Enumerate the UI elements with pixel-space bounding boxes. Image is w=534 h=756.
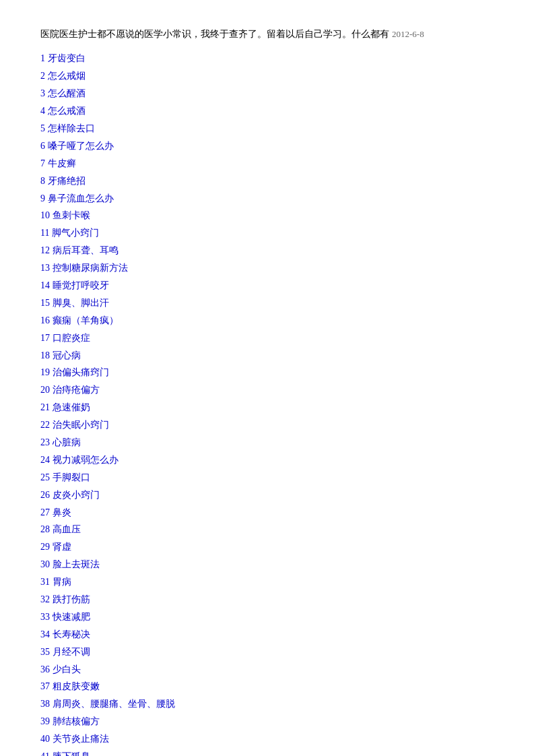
link-item-29[interactable]: 29 肾虚 bbox=[40, 542, 71, 552]
link-item-17[interactable]: 17 口腔炎症 bbox=[40, 333, 90, 343]
list-item: 10 鱼刺卡喉 bbox=[40, 207, 494, 224]
link-item-33[interactable]: 33 快速减肥 bbox=[40, 612, 90, 622]
list-item: 20 治痔疮偏方 bbox=[40, 381, 494, 399]
link-item-5[interactable]: 5 怎样除去口 bbox=[40, 123, 95, 133]
link-item-28[interactable]: 28 高血压 bbox=[40, 524, 81, 534]
list-item: 24 视力减弱怎么办 bbox=[40, 451, 494, 469]
link-item-1[interactable]: 1 牙齿变白 bbox=[40, 53, 86, 63]
list-item: 30 脸上去斑法 bbox=[40, 556, 494, 573]
list-item: 2 怎么戒烟 bbox=[40, 67, 494, 85]
link-item-34[interactable]: 34 长寿秘决 bbox=[40, 629, 90, 639]
link-item-22[interactable]: 22 治失眠小窍门 bbox=[40, 420, 109, 430]
link-item-30[interactable]: 30 脸上去斑法 bbox=[40, 559, 100, 569]
list-item: 31 胃病 bbox=[40, 573, 494, 591]
list-item: 1 牙齿变白 bbox=[40, 50, 494, 67]
link-item-18[interactable]: 18 冠心病 bbox=[40, 350, 81, 360]
link-item-40[interactable]: 40 关节炎止痛法 bbox=[40, 734, 109, 744]
link-item-27[interactable]: 27 鼻炎 bbox=[40, 507, 71, 517]
link-item-23[interactable]: 23 心脏病 bbox=[40, 437, 81, 447]
link-item-2[interactable]: 2 怎么戒烟 bbox=[40, 71, 86, 81]
list-item: 4 怎么戒酒 bbox=[40, 102, 494, 120]
list-item: 22 治失眠小窍门 bbox=[40, 416, 494, 434]
link-item-31[interactable]: 31 胃病 bbox=[40, 577, 71, 587]
list-item: 37 粗皮肤变嫩 bbox=[40, 678, 494, 695]
link-item-13[interactable]: 13 控制糖尿病新方法 bbox=[40, 263, 128, 273]
link-list: 1 牙齿变白2 怎么戒烟3 怎么醒酒4 怎么戒酒5 怎样除去口6 嗓子哑了怎么办… bbox=[40, 50, 494, 756]
list-item: 5 怎样除去口 bbox=[40, 120, 494, 137]
link-item-26[interactable]: 26 皮炎小窍门 bbox=[40, 490, 100, 500]
list-item: 29 肾虚 bbox=[40, 538, 494, 556]
link-item-10[interactable]: 10 鱼刺卡喉 bbox=[40, 210, 90, 220]
list-item: 33 快速减肥 bbox=[40, 608, 494, 626]
list-item: 40 关节炎止痛法 bbox=[40, 730, 494, 748]
link-item-41[interactable]: 41 腋下狐臭 bbox=[40, 751, 90, 756]
link-item-12[interactable]: 12 病后耳聋、耳鸣 bbox=[40, 245, 119, 255]
list-item: 6 嗓子哑了怎么办 bbox=[40, 137, 494, 155]
list-item: 28 高血压 bbox=[40, 521, 494, 538]
link-item-15[interactable]: 15 脚臭、脚出汗 bbox=[40, 298, 109, 308]
list-item: 16 癫痫（羊角疯） bbox=[40, 312, 494, 329]
link-item-21[interactable]: 21 急速催奶 bbox=[40, 402, 90, 412]
link-item-16[interactable]: 16 癫痫（羊角疯） bbox=[40, 315, 119, 325]
list-item: 19 治偏头痛窍门 bbox=[40, 364, 494, 381]
page-header: 医院医生护士都不愿说的医学小常识，我终于查齐了。留着以后自己学习。什么都有201… bbox=[40, 27, 494, 42]
list-item: 15 脚臭、脚出汗 bbox=[40, 294, 494, 312]
link-item-20[interactable]: 20 治痔疮偏方 bbox=[40, 385, 100, 395]
link-item-24[interactable]: 24 视力减弱怎么办 bbox=[40, 455, 119, 465]
list-item: 21 急速催奶 bbox=[40, 399, 494, 416]
link-item-25[interactable]: 25 手脚裂口 bbox=[40, 472, 90, 482]
list-item: 36 少白头 bbox=[40, 661, 494, 679]
link-item-4[interactable]: 4 怎么戒酒 bbox=[40, 106, 86, 116]
list-item: 38 肩周炎、腰腿痛、坐骨、腰脱 bbox=[40, 695, 494, 713]
list-item: 12 病后耳聋、耳鸣 bbox=[40, 242, 494, 259]
list-item: 23 心脏病 bbox=[40, 434, 494, 451]
link-item-36[interactable]: 36 少白头 bbox=[40, 664, 81, 674]
link-item-7[interactable]: 7 牛皮癣 bbox=[40, 158, 76, 168]
list-item: 26 皮炎小窍门 bbox=[40, 486, 494, 504]
list-item: 9 鼻子流血怎么办 bbox=[40, 190, 494, 208]
list-item: 18 冠心病 bbox=[40, 347, 494, 365]
link-item-14[interactable]: 14 睡觉打呼咬牙 bbox=[40, 280, 109, 290]
link-item-37[interactable]: 37 粗皮肤变嫩 bbox=[40, 681, 100, 691]
link-item-19[interactable]: 19 治偏头痛窍门 bbox=[40, 367, 109, 377]
link-item-9[interactable]: 9 鼻子流血怎么办 bbox=[40, 193, 114, 203]
list-item: 25 手脚裂口 bbox=[40, 469, 494, 486]
list-item: 27 鼻炎 bbox=[40, 504, 494, 522]
link-item-6[interactable]: 6 嗓子哑了怎么办 bbox=[40, 141, 114, 151]
header-title: 医院医生护士都不愿说的医学小常识，我终于查齐了。留着以后自己学习。什么都有 bbox=[40, 29, 389, 39]
list-item: 8 牙痛绝招 bbox=[40, 172, 494, 190]
header-date: 2012-6-8 bbox=[392, 29, 424, 39]
list-item: 11 脚气小窍门 bbox=[40, 224, 494, 242]
link-item-11[interactable]: 11 脚气小窍门 bbox=[40, 228, 99, 238]
link-item-39[interactable]: 39 肺结核偏方 bbox=[40, 716, 100, 726]
link-item-32[interactable]: 32 跌打伤筋 bbox=[40, 594, 90, 604]
list-item: 32 跌打伤筋 bbox=[40, 591, 494, 608]
list-item: 39 肺结核偏方 bbox=[40, 713, 494, 730]
list-item: 13 控制糖尿病新方法 bbox=[40, 259, 494, 277]
list-item: 3 怎么醒酒 bbox=[40, 85, 494, 102]
link-item-8[interactable]: 8 牙痛绝招 bbox=[40, 176, 86, 186]
list-item: 41 腋下狐臭 bbox=[40, 748, 494, 756]
list-item: 17 口腔炎症 bbox=[40, 329, 494, 347]
list-item: 35 月经不调 bbox=[40, 643, 494, 661]
list-item: 34 长寿秘决 bbox=[40, 626, 494, 643]
list-item: 7 牛皮癣 bbox=[40, 155, 494, 172]
list-item: 14 睡觉打呼咬牙 bbox=[40, 277, 494, 294]
link-item-3[interactable]: 3 怎么醒酒 bbox=[40, 88, 86, 98]
link-item-35[interactable]: 35 月经不调 bbox=[40, 647, 90, 657]
link-item-38[interactable]: 38 肩周炎、腰腿痛、坐骨、腰脱 bbox=[40, 699, 175, 709]
